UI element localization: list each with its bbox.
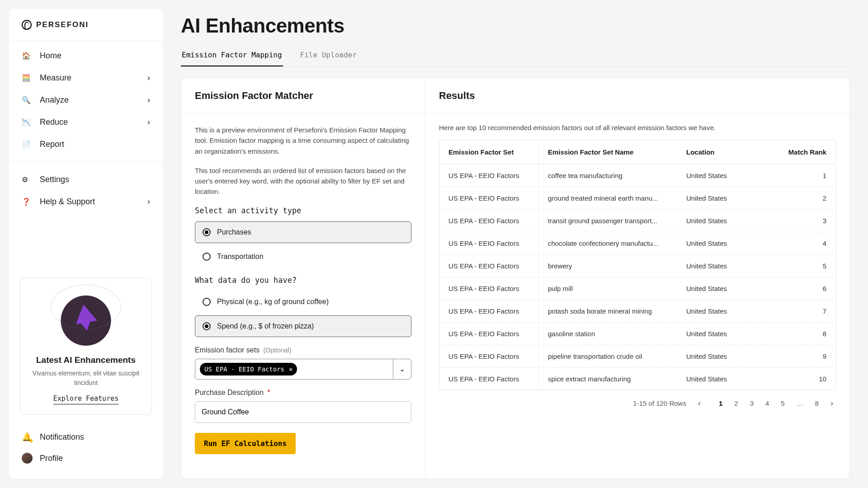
cell-rank: 10 <box>768 368 835 390</box>
radio-icon <box>203 253 211 261</box>
table-row[interactable]: US EPA - EEIO Factorscoffee tea manufact… <box>439 164 835 187</box>
pagination-page-1[interactable]: 1 <box>716 398 725 409</box>
notifications-label: Notifications <box>40 432 84 442</box>
pagination-page-3[interactable]: 3 <box>747 398 756 409</box>
page-title: AI Enhancements <box>181 14 850 37</box>
brand-logo[interactable]: PERSEFONI <box>9 9 163 41</box>
chevron-right-icon: › <box>147 95 150 105</box>
chevron-right-icon: › <box>147 197 150 206</box>
col-match-rank: Match Rank <box>768 140 835 164</box>
help-icon: ❓ <box>22 197 31 206</box>
col-ef-set: Emission Factor Set <box>439 140 539 164</box>
table-row[interactable]: US EPA - EEIO Factorspipeline transporta… <box>439 345 835 368</box>
results-table: Emission Factor Set Emission Factor Set … <box>439 140 836 390</box>
sidebar-item-reduce[interactable]: 📉Reduce› <box>9 111 163 133</box>
table-header-row: Emission Factor Set Emission Factor Set … <box>439 140 835 164</box>
matcher-intro-1: This is a preview environment of Persefo… <box>195 125 411 156</box>
chevron-right-icon: › <box>147 73 150 83</box>
table-row[interactable]: US EPA - EEIO Factorspulp millUnited Sta… <box>439 277 835 300</box>
results-heading: Results <box>425 78 849 114</box>
radio-icon <box>203 322 211 330</box>
cell-name: potash soda borate mineral mining <box>539 300 677 322</box>
activity-option-purchases[interactable]: Purchases <box>195 221 411 243</box>
cell-rank: 5 <box>768 255 835 277</box>
sidebar-item-help-support[interactable]: ❓Help & Support› <box>9 191 163 213</box>
table-row[interactable]: US EPA - EEIO Factorspotash soda borate … <box>439 300 835 323</box>
profile-link[interactable]: Profile <box>22 447 150 469</box>
sidebar-item-measure[interactable]: 🧮Measure› <box>9 67 163 89</box>
ef-sets-dropdown-toggle[interactable]: ⌄ <box>393 359 411 379</box>
cell-loc: United States <box>677 300 768 322</box>
cell-name: gasoline station <box>539 323 677 345</box>
pagination-next[interactable]: › <box>828 397 836 410</box>
chip-remove-icon[interactable]: ✕ <box>289 366 292 373</box>
col-location: Location <box>677 140 768 164</box>
chevron-right-icon: › <box>147 117 150 127</box>
cell-rank: 7 <box>768 300 835 322</box>
main-nav: 🏠Home🧮Measure›🔍Analyze›📉Reduce›📄Report <box>9 41 163 159</box>
analyze-icon: 🔍 <box>22 96 31 104</box>
cell-name: brewery <box>539 255 677 277</box>
data-type-option-spend[interactable]: Spend (e.g., $ of frozen pizza) <box>195 315 411 337</box>
activity-option-transportation[interactable]: Transportation <box>195 246 411 267</box>
run-ef-button[interactable]: Run EF Calculations <box>195 433 296 454</box>
nav-label: Measure <box>40 73 71 83</box>
cell-loc: United States <box>677 277 768 300</box>
cell-set: US EPA - EEIO Factors <box>439 323 539 345</box>
measure-icon: 🧮 <box>22 74 31 82</box>
cell-loc: United States <box>677 345 768 367</box>
cell-loc: United States <box>677 368 768 390</box>
pagination-prev[interactable]: ‹ <box>695 397 703 410</box>
ef-sets-select[interactable]: US EPA - EEIO Factors ✕ ⌄ <box>195 359 411 380</box>
matcher-heading: Emission Factor Matcher <box>181 78 425 114</box>
purchase-description-input[interactable] <box>195 401 411 423</box>
nav-label: Reduce <box>40 117 68 127</box>
pagination-page-4[interactable]: 4 <box>763 398 772 409</box>
table-row[interactable]: US EPA - EEIO FactorsbreweryUnited State… <box>439 255 835 277</box>
required-indicator: * <box>268 389 270 396</box>
table-row[interactable]: US EPA - EEIO Factorsground treated mine… <box>439 187 835 210</box>
pagination-range: 1-15 of 120 Rows <box>633 399 686 407</box>
table-row[interactable]: US EPA - EEIO Factorschocolate confectio… <box>439 232 835 255</box>
pagination-page-5[interactable]: 5 <box>778 398 787 409</box>
col-ef-name: Emission Factor Set Name <box>539 140 677 164</box>
sidebar-item-analyze[interactable]: 🔍Analyze› <box>9 89 163 111</box>
home-icon: 🏠 <box>22 52 31 60</box>
cell-rank: 2 <box>768 187 835 209</box>
profile-label: Profile <box>40 454 63 463</box>
nav-label: Settings <box>40 175 69 184</box>
pagination-page-2[interactable]: 2 <box>731 398 741 409</box>
cell-loc: United States <box>677 187 768 209</box>
cell-set: US EPA - EEIO Factors <box>439 368 539 390</box>
cell-name: pulp mill <box>539 277 677 300</box>
table-row[interactable]: US EPA - EEIO Factorstransit ground pass… <box>439 210 835 232</box>
cell-rank: 8 <box>768 323 835 345</box>
radio-label: Physical (e.g., kg of ground coffee) <box>217 298 329 306</box>
table-row[interactable]: US EPA - EEIO Factorsspice extract manuf… <box>439 368 835 390</box>
pagination-ellipsis: … <box>794 398 806 409</box>
pagination-page-8[interactable]: 8 <box>812 398 821 409</box>
ef-set-chip-label: US EPA - EEIO Factors <box>204 366 284 373</box>
cell-name: ground treated mineral earth manu... <box>539 187 677 209</box>
tab-file-uploader[interactable]: File Uploader <box>299 46 358 66</box>
tab-emission-factor-mapping[interactable]: Emission Factor Mapping <box>181 46 283 66</box>
gear-icon: ⚙ <box>22 175 31 184</box>
cell-name: pipeline transportation crude oil <box>539 345 677 367</box>
sidebar: PERSEFONI 🏠Home🧮Measure›🔍Analyze›📉Reduce… <box>9 9 163 479</box>
cell-rank: 6 <box>768 277 835 300</box>
ef-set-chip[interactable]: US EPA - EEIO Factors ✕ <box>200 363 297 375</box>
data-type-option-physical[interactable]: Physical (e.g., kg of ground coffee) <box>195 291 411 313</box>
ef-sets-label-text: Emission factor sets <box>195 346 259 354</box>
cell-loc: United States <box>677 210 768 232</box>
notifications-link[interactable]: 🔔 Notifications <box>22 427 150 447</box>
table-row[interactable]: US EPA - EEIO Factorsgasoline stationUni… <box>439 323 835 345</box>
activity-type-label: Select an activity type <box>195 206 411 215</box>
cell-set: US EPA - EEIO Factors <box>439 164 539 187</box>
persefoni-logo-icon <box>22 20 32 30</box>
chevron-down-icon: ⌄ <box>399 365 405 373</box>
cell-name: transit ground passenger transport... <box>539 210 677 232</box>
promo-cta-link[interactable]: Explore Features <box>53 394 119 404</box>
sidebar-item-report[interactable]: 📄Report <box>9 133 163 155</box>
sidebar-item-home[interactable]: 🏠Home <box>9 45 163 67</box>
sidebar-item-settings[interactable]: ⚙Settings <box>9 169 163 191</box>
